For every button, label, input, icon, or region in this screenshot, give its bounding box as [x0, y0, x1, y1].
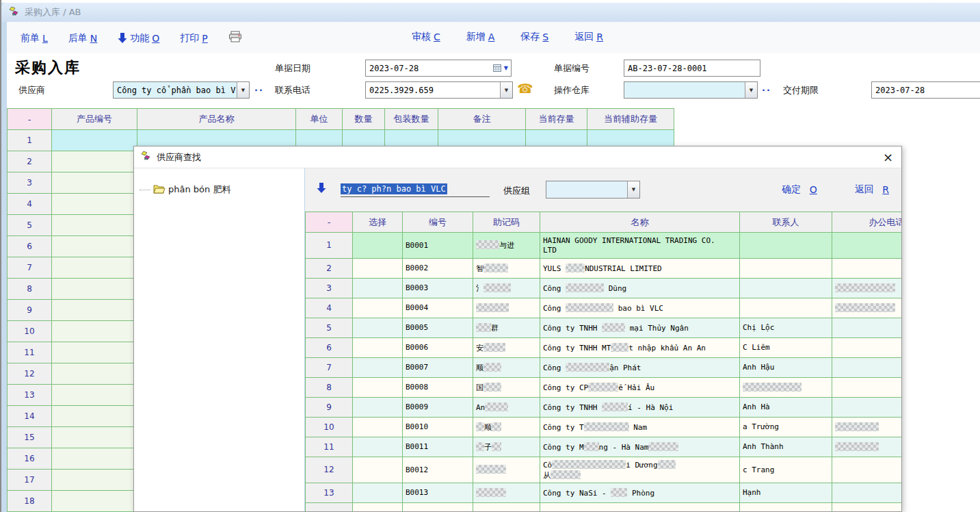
supplier-contact[interactable] [740, 233, 832, 259]
row-number[interactable]: 13 [8, 385, 52, 406]
add-new-button[interactable]: 新增A [466, 31, 495, 43]
supplier-phone[interactable] [832, 378, 902, 398]
supplier-mnemonic[interactable]: 智 [473, 259, 540, 279]
supplier-mnemonic[interactable]: An [473, 398, 540, 418]
row-number[interactable]: 5 [8, 215, 52, 236]
supplier-name[interactable]: HAINAN GOODY INTERNATIONAL TRADING CO.LT… [540, 233, 740, 259]
supplier-group-dropdown-button[interactable]: ▼ [627, 181, 639, 198]
print-button[interactable]: 打印P [180, 32, 207, 44]
row-number[interactable]: 4 [306, 298, 353, 318]
supplier-contact[interactable]: Hạnh [740, 483, 832, 503]
supplier-name[interactable]: Công ty TNHH MTt nhập khẩu An An [540, 338, 740, 358]
row-number[interactable]: 9 [8, 300, 52, 321]
row-number[interactable]: 1 [8, 130, 52, 151]
select-cell[interactable] [353, 338, 403, 358]
supplier-mnemonic[interactable]: 顺 [473, 418, 540, 437]
row-number[interactable]: 8 [306, 378, 353, 398]
doc-no-input[interactable]: AB-23-07-28-0001 [624, 60, 760, 77]
row-number[interactable]: 10 [306, 418, 353, 437]
product-grid-cell[interactable] [52, 172, 137, 194]
select-cell[interactable] [353, 437, 403, 457]
supplier-name[interactable]: Công ty CPế Hải Âu [540, 378, 740, 398]
search-down-arrow-icon[interactable] [317, 182, 326, 196]
supplier-mnemonic[interactable]: 群 [473, 318, 540, 338]
supplier-contact[interactable] [740, 298, 832, 318]
supplier-contact[interactable]: Anh Thành [740, 437, 832, 457]
supplier-mnemonic[interactable] [473, 483, 540, 503]
row-number[interactable]: 9 [306, 398, 353, 418]
product-grid-cell[interactable] [52, 194, 137, 215]
row-number[interactable]: 12 [8, 363, 52, 385]
supplier-code[interactable]: B0010 [403, 418, 473, 437]
supplier-phone[interactable] [832, 483, 902, 503]
supplier-code[interactable]: B0003 [403, 279, 473, 298]
row-number[interactable]: 10 [8, 321, 52, 342]
select-cell[interactable] [353, 259, 403, 279]
product-grid-cell[interactable] [52, 151, 137, 172]
select-cell[interactable] [353, 483, 403, 503]
supplier-phone[interactable] [832, 259, 902, 279]
supplier-mnemonic[interactable] [473, 298, 540, 318]
row-number[interactable]: 3 [306, 279, 353, 298]
row-number[interactable]: 5 [306, 318, 353, 338]
select-cell[interactable] [353, 398, 403, 418]
audit-button[interactable]: 审核C [412, 31, 440, 43]
phone-combo[interactable]: 0225.3929.659 ▼ [365, 81, 513, 99]
supplier-name[interactable]: Công ty Mng - Hà Nam [540, 437, 740, 457]
row-number[interactable]: 15 [8, 427, 52, 448]
supplier-code[interactable]: B0007 [403, 358, 473, 378]
supplier-table-cell[interactable] [353, 503, 403, 512]
supplier-phone[interactable] [832, 398, 902, 418]
supplier-code[interactable]: B0005 [403, 318, 473, 338]
select-cell[interactable] [353, 358, 403, 378]
functions-menu-button[interactable]: 功能O [118, 32, 159, 44]
row-number[interactable]: 11 [8, 342, 52, 363]
product-grid-cell[interactable] [52, 236, 137, 257]
supplier-code[interactable]: B0011 [403, 437, 473, 457]
row-number[interactable] [306, 503, 353, 512]
supplier-contact[interactable]: C Liêm [740, 338, 832, 358]
select-cell[interactable] [353, 418, 403, 437]
product-grid-cell[interactable] [52, 470, 137, 491]
supplier-name[interactable]: Công ận Phát [540, 358, 740, 378]
row-number[interactable]: 2 [306, 259, 353, 279]
close-icon[interactable]: × [883, 151, 893, 164]
supplier-code[interactable]: B0013 [403, 483, 473, 503]
product-grid-cell[interactable] [52, 342, 137, 363]
product-grid-cell[interactable] [52, 427, 137, 448]
supplier-lookup-link[interactable]: .. [254, 83, 264, 93]
supplier-table-cell[interactable] [740, 503, 832, 512]
row-number[interactable]: 4 [8, 194, 52, 215]
supplier-name[interactable]: Công ty T Nam [540, 418, 740, 437]
supplier-code[interactable]: B0004 [403, 298, 473, 318]
supplier-name[interactable]: Côi Dương从 [540, 457, 740, 483]
ok-button[interactable]: 确定 O [782, 183, 817, 196]
product-grid-cell[interactable] [52, 448, 137, 470]
supplier-code[interactable]: B0009 [403, 398, 473, 418]
row-number[interactable]: 3 [8, 172, 52, 194]
row-number[interactable]: 13 [306, 483, 353, 503]
telephone-icon[interactable]: ☎ [517, 81, 533, 96]
row-number[interactable]: 6 [8, 236, 52, 257]
row-number[interactable]: 12 [306, 457, 353, 483]
product-grid-cell[interactable] [52, 257, 137, 279]
row-number[interactable]: 14 [8, 406, 52, 427]
product-grid-cell[interactable] [52, 491, 137, 512]
product-grid-cell[interactable] [52, 363, 137, 385]
supplier-name[interactable]: Công bao bì VLC [540, 298, 740, 318]
product-grid-cell[interactable] [52, 130, 137, 151]
phone-dropdown-button[interactable]: ▼ [500, 82, 512, 98]
supplier-code[interactable]: B0001 [403, 233, 473, 259]
supplier-phone[interactable] [832, 358, 902, 378]
row-number[interactable]: 6 [306, 338, 353, 358]
supplier-name[interactable]: Công ty TNHH mại Thủy Ngân [540, 318, 740, 338]
supplier-mnemonic[interactable]: 子 [473, 437, 540, 457]
warehouse-combo[interactable]: ▼ [624, 81, 758, 99]
save-button[interactable]: 保存S [520, 31, 548, 43]
product-grid-cell[interactable] [52, 279, 137, 300]
supplier-phone[interactable] [832, 318, 902, 338]
warehouse-dropdown-button[interactable]: ▼ [745, 82, 757, 98]
printer-icon[interactable] [228, 31, 242, 45]
supplier-code[interactable]: B0002 [403, 259, 473, 279]
product-grid-cell[interactable] [52, 406, 137, 427]
